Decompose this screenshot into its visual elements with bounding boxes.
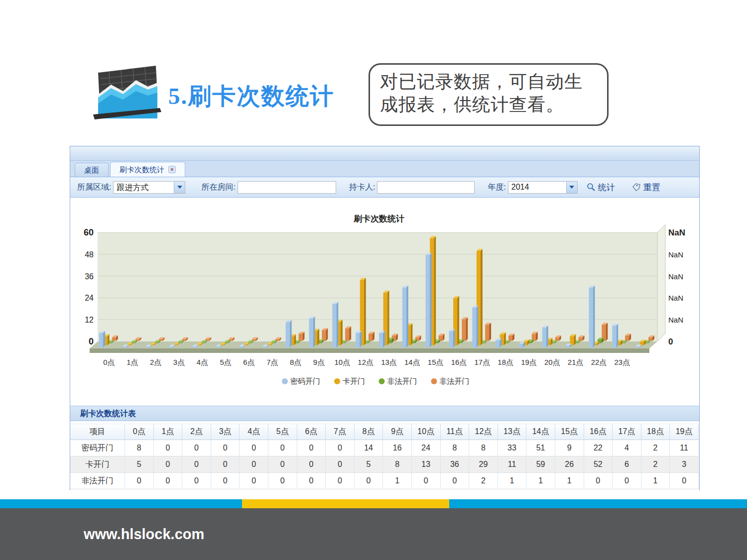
table-header-cell: 4点	[240, 424, 268, 440]
table-header-cell: 18点	[641, 424, 670, 440]
table-cell: 0	[326, 456, 355, 473]
table-header-cell: 6点	[297, 424, 326, 440]
table-cell: 22	[584, 440, 613, 456]
table-cell: 0	[125, 473, 154, 489]
svg-text:4点: 4点	[197, 358, 208, 366]
svg-text:21点: 21点	[568, 358, 584, 366]
table-header-cell: 10点	[412, 424, 441, 440]
slide-title: 5.刷卡次数统计	[168, 81, 334, 112]
svg-text:18点: 18点	[498, 358, 513, 366]
statistics-button-label: 统计	[598, 182, 615, 193]
tab-desktop[interactable]: 桌面	[75, 163, 109, 177]
chevron-down-icon	[177, 186, 182, 189]
table-cell: 1	[526, 473, 555, 489]
table-header-cell: 12点	[469, 424, 498, 440]
svg-text:0: 0	[89, 336, 94, 346]
svg-text:48: 48	[85, 250, 94, 259]
table-cell: 8	[383, 456, 412, 473]
footer-bar: www.hlslock.com	[0, 508, 747, 560]
svg-text:17点: 17点	[474, 358, 490, 366]
year-dropdown[interactable]: 2014	[508, 181, 578, 194]
tab-swipe-statistics[interactable]: 刷卡次数统计 ×	[110, 162, 185, 177]
svg-text:2点: 2点	[150, 358, 161, 366]
table-cell: 0	[154, 473, 183, 489]
table-header-cell: 11点	[441, 424, 470, 440]
table-title: 刷卡次数统计表	[70, 406, 699, 421]
tag-icon	[632, 183, 641, 192]
table-cell: 0	[441, 473, 470, 489]
svg-text:5点: 5点	[220, 358, 231, 366]
statistics-table: 项目0点1点2点3点4点5点6点7点8点9点10点11点12点13点14点15点…	[70, 424, 699, 489]
table-cell: 52	[584, 456, 613, 473]
table-cell: 5	[355, 456, 383, 473]
table-header-row: 项目0点1点2点3点4点5点6点7点8点9点10点11点12点13点14点15点…	[70, 424, 699, 440]
table-cell: 6	[613, 456, 641, 473]
svg-text:0: 0	[668, 337, 673, 346]
chart-icon	[92, 64, 168, 123]
footer-stripe-blue-left	[0, 499, 242, 508]
table-cell: 8	[441, 440, 470, 456]
table-cell: 0	[297, 473, 326, 489]
table-cell: 0	[584, 473, 613, 489]
tab-desktop-label: 桌面	[84, 163, 99, 177]
table-cell: 0	[182, 440, 211, 456]
table-row: 非法开门00000000010021110010	[70, 473, 699, 489]
svg-text:16点: 16点	[451, 358, 467, 366]
room-input[interactable]	[238, 181, 336, 194]
table-cell: 59	[526, 456, 555, 473]
table-cell: 8	[469, 440, 498, 456]
table-header-cell: 5点	[268, 424, 297, 440]
table-cell: 0	[355, 473, 383, 489]
table-cell: 0	[240, 473, 268, 489]
tab-bar: 桌面 刷卡次数统计 ×	[70, 161, 699, 177]
svg-text:10点: 10点	[334, 358, 350, 366]
table-cell: 3	[670, 456, 699, 473]
table-cell: 33	[498, 440, 527, 456]
holder-label: 持卡人:	[349, 182, 375, 193]
table-cell: 0	[297, 440, 326, 456]
chevron-down-icon	[569, 186, 574, 189]
table-row: 卡开门500000005813362911592652623	[70, 456, 699, 473]
table-cell: 5	[125, 456, 154, 473]
area-dropdown[interactable]: 跟进方式	[113, 181, 185, 194]
svg-text:24: 24	[85, 294, 94, 302]
table-cell: 0	[268, 456, 297, 473]
bar-chart: 刷卡次数统计01224364860NaNNaNNaNNaNNaN00点1点2点3…	[70, 198, 699, 399]
statistics-button[interactable]: 统计	[587, 182, 615, 193]
table-cell: 卡开门	[70, 456, 125, 473]
svg-text:卡开门: 卡开门	[343, 377, 365, 385]
svg-text:非法开门: 非法开门	[387, 377, 417, 385]
area-dropdown-button[interactable]	[174, 182, 185, 193]
table-cell: 51	[526, 440, 555, 456]
svg-text:NaN: NaN	[668, 316, 683, 324]
app-window: 桌面 刷卡次数统计 × 所属区域: 跟进方式 所在房间: 持卡人: 年度: 20…	[70, 146, 700, 490]
table-cell: 11	[498, 456, 527, 473]
table-cell: 0	[211, 473, 240, 489]
table-cell: 4	[613, 440, 641, 456]
table-cell: 0	[670, 473, 699, 489]
svg-text:刷卡次数统计: 刷卡次数统计	[353, 214, 404, 224]
table-header-cell: 16点	[584, 424, 613, 440]
table-header-cell: 14点	[526, 424, 555, 440]
area-dropdown-value: 跟进方式	[114, 182, 174, 193]
svg-text:22点: 22点	[591, 358, 607, 366]
table-cell: 8	[125, 440, 154, 456]
table-header-cell: 17点	[613, 424, 641, 440]
tab-close-icon[interactable]: ×	[168, 166, 176, 173]
holder-input[interactable]	[377, 181, 475, 194]
svg-text:7点: 7点	[266, 358, 278, 366]
svg-text:14点: 14点	[404, 358, 420, 366]
table-cell: 1	[555, 473, 584, 489]
table-header-cell: 1点	[154, 424, 183, 440]
filter-toolbar: 所属区域: 跟进方式 所在房间: 持卡人: 年度: 2014 统计	[70, 177, 699, 198]
reset-button[interactable]: 重置	[632, 182, 660, 193]
table-cell: 0	[211, 456, 240, 473]
svg-text:9点: 9点	[313, 358, 325, 366]
area-label: 所属区域:	[77, 182, 111, 193]
table-cell: 0	[268, 440, 297, 456]
svg-text:19点: 19点	[521, 358, 537, 366]
year-dropdown-button[interactable]	[566, 182, 577, 193]
table-cell: 11	[670, 440, 699, 456]
svg-text:NaN: NaN	[668, 294, 683, 302]
table-cell: 0	[297, 456, 326, 473]
